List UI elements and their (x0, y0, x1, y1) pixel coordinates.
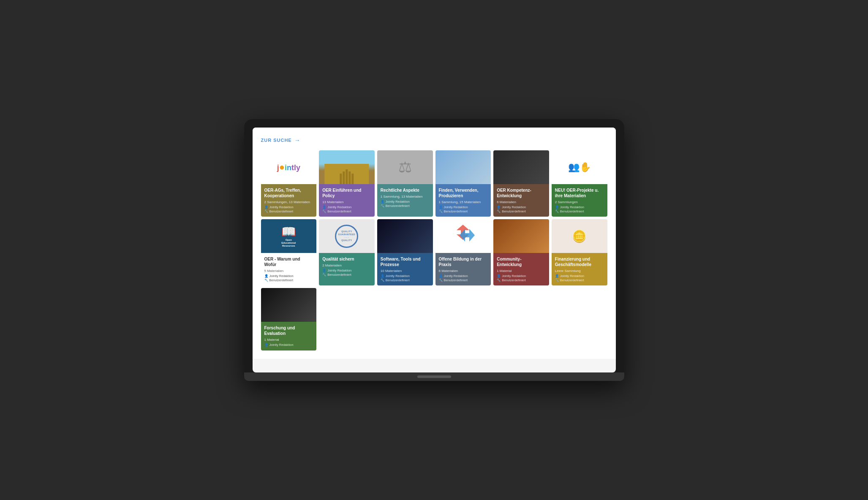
wrench-icon: 🔧 (439, 278, 443, 282)
card-warum-title: OER - Warum und Wofür (264, 256, 313, 267)
card-finanzierung-type: 🔧 Benutzerdefiniert (555, 278, 604, 282)
card-qualitaet-title: Qualität sichern (322, 256, 371, 262)
people-drawing: 👥✋ (568, 162, 591, 173)
card-oer-einfuehren-body: OER Einführen und Policy 13 Materialien … (319, 184, 375, 217)
card-image-writing (261, 288, 317, 322)
card-image-thumbsup (493, 150, 549, 184)
card-software-body: Software, Tools und Prozesse 10 Material… (377, 253, 433, 285)
coin-icon: 🪙 (572, 229, 587, 243)
card-oer-einfuehren[interactable]: OER Einführen und Policy 13 Materialien … (319, 150, 375, 217)
card-software-title: Software, Tools und Prozesse (381, 256, 430, 267)
wrench-icon: 🔧 (497, 278, 501, 282)
wrench-icon: 🔧 (555, 278, 559, 282)
card-oer-einfuehren-meta: 13 Materialien (322, 200, 371, 204)
card-finanzierung-body: Finanzierung und Geschäftsmodelle Leere … (552, 253, 607, 285)
card-software-author: 👤 Jointly Redaktion (381, 274, 430, 278)
card-offene-bildung-type: 🔧 Benutzerdefiniert (439, 278, 488, 282)
person-icon: 👤 (264, 274, 268, 278)
person-icon: 👤 (439, 205, 443, 209)
card-image-oer: 📖 OpenEducationalResources (261, 219, 317, 253)
wrench-icon: 🔧 (381, 278, 384, 282)
card-rechtliche-body: Rechtliche Aspekte 1 Sammlung, 13 Materi… (377, 184, 433, 217)
person-icon: 👤 (381, 200, 384, 204)
card-oer-ags-type: 🔧 Benutzerdefiniert (264, 209, 313, 213)
arrows-icon (450, 224, 476, 249)
card-oer-einfuehren-author: 👤 Jointly Redaktion (322, 205, 371, 209)
person-icon: 👤 (264, 205, 268, 209)
card-image-hands (493, 219, 549, 253)
card-image-people: 👥✋ (552, 150, 607, 184)
card-finanzierung[interactable]: 🪙 Finanzierung und Geschäftsmodelle Leer… (552, 219, 607, 285)
zur-suche-label: ZUR SUCHE (261, 138, 292, 143)
card-community-author: 👤 Jointly Redaktion (497, 274, 546, 278)
card-image-parliament (319, 150, 375, 184)
card-finanzierung-meta: Leere Sammlung (555, 269, 604, 273)
card-image-jointly: j●intly (261, 150, 317, 184)
card-forschung[interactable]: Forschung und Evaluation 1 Material 👤 Jo… (261, 288, 317, 351)
card-image-coin: 🪙 (552, 219, 607, 253)
wrench-icon: 🔧 (322, 273, 326, 277)
card-offene-bildung-meta: 6 Materialien (439, 269, 488, 273)
card-oer-ags-body: OER-AGs, Treffen, Kooperationen 2 Sammlu… (261, 184, 317, 217)
card-community-meta: 1 Material (497, 269, 546, 273)
zur-suche-link[interactable]: ZUR SUCHE → (261, 137, 301, 144)
person-icon: 👤 (497, 205, 501, 209)
person-icon: 👤 (439, 274, 443, 278)
card-finden[interactable]: Finden, Verwenden, Produzieren 1 Sammlun… (435, 150, 491, 217)
wrench-icon: 🔧 (264, 209, 268, 213)
card-offene-bildung-author: 👤 Jointly Redaktion (439, 274, 488, 278)
card-rechtliche[interactable]: ⚖ Rechtliche Aspekte 1 Sammlung, 13 Mate… (377, 150, 433, 217)
card-projekte-meta: 2 Sammlungen (555, 200, 604, 204)
card-offene-bildung[interactable]: Offene Bildung in der Praxis 6 Materiali… (435, 219, 491, 285)
card-finanzierung-title: Finanzierung und Geschäftsmodelle (555, 256, 604, 267)
card-oer-ags[interactable]: j●intly OER-AGs, Treffen, Kooperationen … (261, 150, 317, 217)
card-warum[interactable]: 📖 OpenEducationalResources OER - Warum u… (261, 219, 317, 285)
card-software-meta: 10 Materialien (381, 269, 430, 273)
card-community-body: Community-Entwicklung 1 Material 👤 Joint… (493, 253, 549, 285)
wrench-icon: 🔧 (264, 278, 268, 282)
card-oer-einfuehren-title: OER Einführen und Policy (322, 188, 371, 198)
card-image-laptop (435, 150, 491, 184)
card-software[interactable]: Software, Tools und Prozesse 10 Material… (377, 219, 433, 285)
laptop-base (244, 372, 624, 381)
card-qualitaet-type: 🔧 Benutzerdefiniert (322, 273, 371, 277)
zur-suche-arrow-icon: → (294, 137, 301, 144)
card-forschung-body: Forschung und Evaluation 1 Material 👤 Jo… (261, 322, 317, 351)
person-icon: 👤 (322, 269, 326, 272)
card-oer-ags-author: 👤 Jointly Redaktion (264, 205, 313, 209)
card-kompetenz-meta: 6 Materialien (497, 200, 546, 204)
card-offene-bildung-title: Offene Bildung in der Praxis (439, 256, 488, 267)
card-image-law: ⚖ (377, 150, 433, 184)
card-finden-type: 🔧 Benutzerdefiniert (439, 209, 488, 213)
card-kompetenz-type: 🔧 Benutzerdefiniert (497, 209, 546, 213)
card-image-server (377, 219, 433, 253)
card-projekte-body: NEU! OER-Projekte u. ihre Materialien 2 … (552, 184, 607, 217)
card-oer-ags-title: OER-AGs, Treffen, Kooperationen (264, 188, 313, 198)
card-forschung-author: 👤 Jointly Redaktion (264, 343, 313, 347)
laptop-base-notch (417, 375, 451, 378)
person-icon: 👤 (555, 205, 559, 209)
card-forschung-meta: 1 Material (264, 338, 313, 342)
card-kompetenz[interactable]: OER Kompetenz-Entwicklung 6 Materialien … (493, 150, 549, 217)
card-community[interactable]: Community-Entwicklung 1 Material 👤 Joint… (493, 219, 549, 285)
person-icon: 👤 (322, 205, 326, 209)
person-icon: 👤 (555, 274, 559, 278)
card-community-title: Community-Entwicklung (497, 256, 546, 267)
oer-logo: 📖 OpenEducationalResources (281, 225, 296, 248)
card-qualitaet-author: 👤 Jointly Redaktion (322, 269, 371, 272)
card-projekte[interactable]: 👥✋ NEU! OER-Projekte u. ihre Materialien… (552, 150, 607, 217)
card-rechtliche-meta: 1 Sammlung, 13 Materialien (381, 195, 430, 198)
card-finanzierung-author: 👤 Jointly Redaktion (555, 274, 604, 278)
card-rechtliche-title: Rechtliche Aspekte (381, 188, 430, 193)
card-kompetenz-body: OER Kompetenz-Entwicklung 6 Materialien … (493, 184, 549, 217)
card-oer-ags-meta: 2 Sammlungen, 13 Materialien (264, 200, 313, 204)
card-rechtliche-author: 👤 Jointly Redaktion (381, 200, 430, 204)
wrench-icon: 🔧 (439, 209, 443, 213)
person-icon: 👤 (497, 274, 501, 278)
card-finden-body: Finden, Verwenden, Produzieren 1 Sammlun… (435, 184, 491, 217)
laptop-screen: ZUR SUCHE → j●intly OER-AGs, Treffen, Ko… (253, 128, 616, 372)
card-qualitaet[interactable]: QUALITYGUARANTEED· · ·QUALITY Qualität s… (319, 219, 375, 285)
person-icon: 👤 (381, 274, 384, 278)
card-finden-meta: 1 Sammlung, 15 Materialien (439, 200, 488, 204)
card-finden-title: Finden, Verwenden, Produzieren (439, 188, 488, 198)
